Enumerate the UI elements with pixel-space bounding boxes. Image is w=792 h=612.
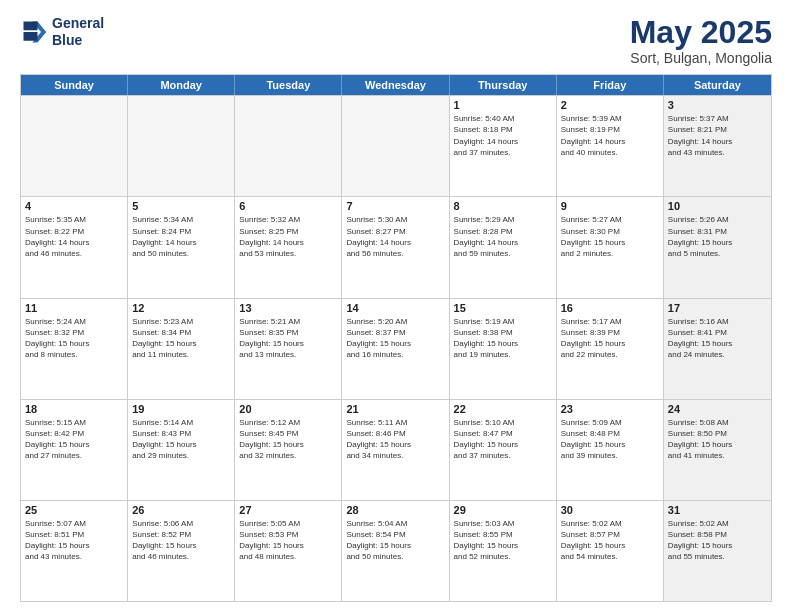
cell-line: Sunset: 8:48 PM: [561, 428, 659, 439]
day-number: 16: [561, 302, 659, 314]
day-number: 22: [454, 403, 552, 415]
cell-line: Sunrise: 5:14 AM: [132, 417, 230, 428]
cell-line: Daylight: 14 hours: [454, 136, 552, 147]
cell-line: Sunrise: 5:27 AM: [561, 214, 659, 225]
cal-row-3: 18Sunrise: 5:15 AMSunset: 8:42 PMDayligh…: [21, 399, 771, 500]
cal-cell: 20Sunrise: 5:12 AMSunset: 8:45 PMDayligh…: [235, 400, 342, 500]
cell-line: Sunset: 8:46 PM: [346, 428, 444, 439]
cal-cell: 9Sunrise: 5:27 AMSunset: 8:30 PMDaylight…: [557, 197, 664, 297]
cal-cell: 29Sunrise: 5:03 AMSunset: 8:55 PMDayligh…: [450, 501, 557, 601]
cell-line: Sunset: 8:21 PM: [668, 124, 767, 135]
cell-line: Sunset: 8:50 PM: [668, 428, 767, 439]
cal-cell: 26Sunrise: 5:06 AMSunset: 8:52 PMDayligh…: [128, 501, 235, 601]
cal-cell: 7Sunrise: 5:30 AMSunset: 8:27 PMDaylight…: [342, 197, 449, 297]
cal-cell: 15Sunrise: 5:19 AMSunset: 8:38 PMDayligh…: [450, 299, 557, 399]
cell-line: Sunset: 8:38 PM: [454, 327, 552, 338]
cal-cell: 3Sunrise: 5:37 AMSunset: 8:21 PMDaylight…: [664, 96, 771, 196]
cell-line: and 50 minutes.: [346, 551, 444, 562]
cell-line: Sunset: 8:32 PM: [25, 327, 123, 338]
cell-line: Daylight: 14 hours: [239, 237, 337, 248]
cell-line: Sunrise: 5:12 AM: [239, 417, 337, 428]
cell-line: Sunrise: 5:30 AM: [346, 214, 444, 225]
cal-cell: 12Sunrise: 5:23 AMSunset: 8:34 PMDayligh…: [128, 299, 235, 399]
cell-line: Daylight: 14 hours: [668, 136, 767, 147]
cal-cell: 19Sunrise: 5:14 AMSunset: 8:43 PMDayligh…: [128, 400, 235, 500]
logo-icon: [20, 18, 48, 46]
cell-line: Sunset: 8:35 PM: [239, 327, 337, 338]
cell-line: Sunset: 8:58 PM: [668, 529, 767, 540]
cell-line: and 53 minutes.: [239, 248, 337, 259]
cell-line: Daylight: 15 hours: [239, 439, 337, 450]
cell-line: Sunset: 8:43 PM: [132, 428, 230, 439]
cell-line: and 37 minutes.: [454, 147, 552, 158]
cell-line: and 55 minutes.: [668, 551, 767, 562]
cal-cell: [21, 96, 128, 196]
day-number: 14: [346, 302, 444, 314]
cell-line: and 46 minutes.: [132, 551, 230, 562]
header-cell-saturday: Saturday: [664, 75, 771, 95]
cal-cell: 16Sunrise: 5:17 AMSunset: 8:39 PMDayligh…: [557, 299, 664, 399]
cell-line: Daylight: 15 hours: [25, 439, 123, 450]
cell-line: Sunrise: 5:40 AM: [454, 113, 552, 124]
cal-cell: 5Sunrise: 5:34 AMSunset: 8:24 PMDaylight…: [128, 197, 235, 297]
page: General Blue May 2025 Sort, Bulgan, Mong…: [0, 0, 792, 612]
cell-line: Sunset: 8:30 PM: [561, 226, 659, 237]
day-number: 2: [561, 99, 659, 111]
day-number: 12: [132, 302, 230, 314]
cell-line: Sunrise: 5:34 AM: [132, 214, 230, 225]
cell-line: Sunset: 8:57 PM: [561, 529, 659, 540]
cell-line: Daylight: 14 hours: [25, 237, 123, 248]
cal-cell: 25Sunrise: 5:07 AMSunset: 8:51 PMDayligh…: [21, 501, 128, 601]
cell-line: Sunset: 8:39 PM: [561, 327, 659, 338]
day-number: 25: [25, 504, 123, 516]
cell-line: Sunset: 8:54 PM: [346, 529, 444, 540]
cell-line: and 54 minutes.: [561, 551, 659, 562]
cell-line: and 43 minutes.: [25, 551, 123, 562]
day-number: 21: [346, 403, 444, 415]
cal-cell: 23Sunrise: 5:09 AMSunset: 8:48 PMDayligh…: [557, 400, 664, 500]
day-number: 24: [668, 403, 767, 415]
cell-line: and 43 minutes.: [668, 147, 767, 158]
cell-line: Sunrise: 5:04 AM: [346, 518, 444, 529]
day-number: 29: [454, 504, 552, 516]
cell-line: and 34 minutes.: [346, 450, 444, 461]
cell-line: and 13 minutes.: [239, 349, 337, 360]
cal-cell: 1Sunrise: 5:40 AMSunset: 8:18 PMDaylight…: [450, 96, 557, 196]
cal-cell: 30Sunrise: 5:02 AMSunset: 8:57 PMDayligh…: [557, 501, 664, 601]
cell-line: Daylight: 15 hours: [346, 338, 444, 349]
cell-line: Sunset: 8:18 PM: [454, 124, 552, 135]
cell-line: Sunset: 8:37 PM: [346, 327, 444, 338]
cal-cell: 13Sunrise: 5:21 AMSunset: 8:35 PMDayligh…: [235, 299, 342, 399]
cell-line: Sunrise: 5:08 AM: [668, 417, 767, 428]
cell-line: Sunrise: 5:20 AM: [346, 316, 444, 327]
cell-line: Daylight: 14 hours: [132, 237, 230, 248]
cell-line: and 41 minutes.: [668, 450, 767, 461]
cal-cell: 10Sunrise: 5:26 AMSunset: 8:31 PMDayligh…: [664, 197, 771, 297]
day-number: 11: [25, 302, 123, 314]
cal-cell: 6Sunrise: 5:32 AMSunset: 8:25 PMDaylight…: [235, 197, 342, 297]
cell-line: Sunrise: 5:07 AM: [25, 518, 123, 529]
cell-line: Daylight: 14 hours: [346, 237, 444, 248]
cell-line: and 48 minutes.: [239, 551, 337, 562]
cell-line: Daylight: 15 hours: [668, 338, 767, 349]
cell-line: Sunrise: 5:09 AM: [561, 417, 659, 428]
day-number: 30: [561, 504, 659, 516]
cell-line: Sunrise: 5:15 AM: [25, 417, 123, 428]
title-block: May 2025 Sort, Bulgan, Mongolia: [630, 15, 772, 66]
cell-line: Daylight: 15 hours: [132, 540, 230, 551]
cell-line: Sunset: 8:41 PM: [668, 327, 767, 338]
cell-line: and 32 minutes.: [239, 450, 337, 461]
cell-line: Sunrise: 5:29 AM: [454, 214, 552, 225]
cell-line: Daylight: 14 hours: [561, 136, 659, 147]
cell-line: Daylight: 15 hours: [668, 237, 767, 248]
cell-line: Sunrise: 5:39 AM: [561, 113, 659, 124]
cell-line: Daylight: 15 hours: [132, 338, 230, 349]
cell-line: Daylight: 15 hours: [454, 439, 552, 450]
cal-cell: 4Sunrise: 5:35 AMSunset: 8:22 PMDaylight…: [21, 197, 128, 297]
calendar: SundayMondayTuesdayWednesdayThursdayFrid…: [20, 74, 772, 602]
cell-line: Sunset: 8:25 PM: [239, 226, 337, 237]
cell-line: and 5 minutes.: [668, 248, 767, 259]
cell-line: Sunset: 8:53 PM: [239, 529, 337, 540]
cell-line: Daylight: 15 hours: [454, 540, 552, 551]
cal-cell: 28Sunrise: 5:04 AMSunset: 8:54 PMDayligh…: [342, 501, 449, 601]
